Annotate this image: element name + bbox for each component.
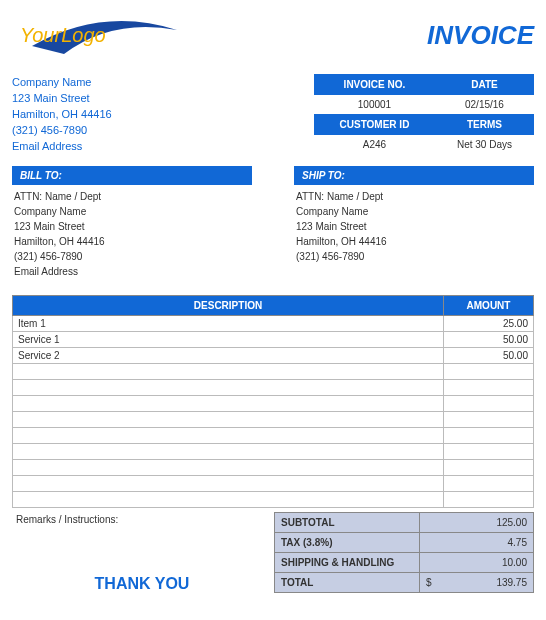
meta-date: 02/15/16 (435, 95, 534, 114)
shipping-value: 10.00 (420, 553, 534, 573)
line-amount: 50.00 (444, 332, 534, 348)
line-description: Item 1 (13, 316, 444, 332)
total-value: $ 139.75 (420, 573, 534, 593)
line-description (13, 428, 444, 444)
ship-to-street: 123 Main Street (296, 219, 534, 234)
line-amount (444, 476, 534, 492)
ship-to-block: SHIP TO: ATTN: Name / Dept Company Name … (294, 166, 534, 279)
line-amount: 50.00 (444, 348, 534, 364)
bill-to-company: Company Name (14, 204, 252, 219)
ship-to-city: Hamilton, OH 44416 (296, 234, 534, 249)
ship-to-phone: (321) 456-7890 (296, 249, 534, 264)
bill-to-city: Hamilton, OH 44416 (14, 234, 252, 249)
company-phone: (321) 456-7890 (12, 122, 112, 138)
bill-to-phone: (321) 456-7890 (14, 249, 252, 264)
company-name: Company Name (12, 74, 112, 90)
line-description (13, 412, 444, 428)
table-row (13, 428, 534, 444)
logo-text-1: Your (20, 24, 61, 46)
line-description (13, 444, 444, 460)
bill-to-email: Email Address (14, 264, 252, 279)
line-description (13, 364, 444, 380)
bill-to-header: BILL TO: (12, 166, 252, 185)
line-description (13, 460, 444, 476)
table-row (13, 444, 534, 460)
table-row (13, 460, 534, 476)
tax-label: TAX (3.8%) (275, 533, 420, 553)
subtotal-label: SUBTOTAL (275, 513, 420, 533)
table-row (13, 396, 534, 412)
meta-terms: Net 30 Days (435, 135, 534, 154)
line-description (13, 492, 444, 508)
tax-value: 4.75 (420, 533, 534, 553)
company-info: Company Name 123 Main Street Hamilton, O… (12, 74, 112, 154)
logo-placeholder: YourLogo (12, 14, 182, 60)
meta-customer-id: A246 (314, 135, 435, 154)
meta-invoice-no-label: INVOICE NO. (314, 74, 435, 95)
table-row: Service 250.00 (13, 348, 534, 364)
thank-you: THANK YOU (12, 575, 272, 593)
line-description: Service 2 (13, 348, 444, 364)
meta-date-label: DATE (435, 74, 534, 95)
invoice-meta-table: INVOICE NO. DATE 100001 02/15/16 CUSTOME… (314, 74, 534, 154)
top-info-row: Company Name 123 Main Street Hamilton, O… (12, 74, 534, 154)
addresses-row: BILL TO: ATTN: Name / Dept Company Name … (12, 166, 534, 279)
line-description (13, 476, 444, 492)
line-amount (444, 428, 534, 444)
table-row (13, 476, 534, 492)
col-amount: AMOUNT (444, 296, 534, 316)
line-amount (444, 380, 534, 396)
line-amount: 25.00 (444, 316, 534, 332)
col-description: DESCRIPTION (13, 296, 444, 316)
ship-to-attn: ATTN: Name / Dept (296, 189, 534, 204)
bill-to-street: 123 Main Street (14, 219, 252, 234)
line-description: Service 1 (13, 332, 444, 348)
meta-terms-label: TERMS (435, 114, 534, 135)
remarks-label: Remarks / Instructions: (12, 512, 274, 569)
shipping-label: SHIPPING & HANDLING (275, 553, 420, 573)
total-label: TOTAL (275, 573, 420, 593)
company-city: Hamilton, OH 44416 (12, 106, 112, 122)
line-description (13, 396, 444, 412)
totals-box: SUBTOTAL 125.00 TAX (3.8%) 4.75 SHIPPING… (274, 512, 534, 593)
logo-text-2: Logo (61, 24, 106, 46)
line-amount (444, 412, 534, 428)
table-row (13, 364, 534, 380)
bill-to-attn: ATTN: Name / Dept (14, 189, 252, 204)
table-row (13, 412, 534, 428)
table-row: Item 125.00 (13, 316, 534, 332)
line-amount (444, 460, 534, 476)
line-description (13, 380, 444, 396)
ship-to-company: Company Name (296, 204, 534, 219)
line-amount (444, 364, 534, 380)
company-email: Email Address (12, 138, 112, 154)
table-row: Service 150.00 (13, 332, 534, 348)
ship-to-header: SHIP TO: (294, 166, 534, 185)
footer-row: Remarks / Instructions: THANK YOU SUBTOT… (12, 512, 534, 593)
line-items-table: DESCRIPTION AMOUNT Item 125.00Service 15… (12, 295, 534, 508)
subtotal-value: 125.00 (420, 513, 534, 533)
company-street: 123 Main Street (12, 90, 112, 106)
table-row (13, 492, 534, 508)
meta-invoice-no: 100001 (314, 95, 435, 114)
table-row (13, 380, 534, 396)
meta-customer-id-label: CUSTOMER ID (314, 114, 435, 135)
bill-to-block: BILL TO: ATTN: Name / Dept Company Name … (12, 166, 252, 279)
line-amount (444, 396, 534, 412)
line-amount (444, 492, 534, 508)
header-row: YourLogo INVOICE (12, 14, 534, 60)
total-amount: 139.75 (496, 577, 527, 588)
invoice-title: INVOICE (427, 20, 534, 51)
total-currency: $ (426, 577, 432, 588)
line-amount (444, 444, 534, 460)
